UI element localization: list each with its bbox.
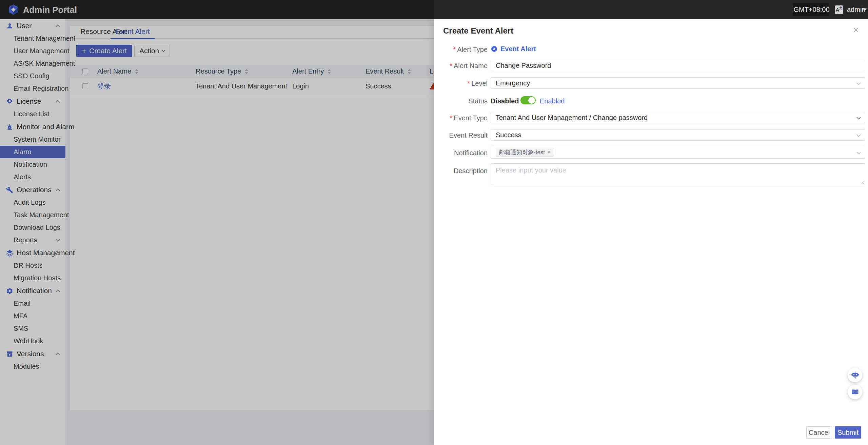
alert-name-input[interactable] — [491, 60, 865, 71]
level-select[interactable]: Emergency — [491, 77, 865, 89]
level-label: *Level — [440, 80, 488, 87]
language-icon[interactable]: A 文 — [835, 5, 843, 14]
event-type-select[interactable]: Tenant And User Management / Change pass… — [491, 112, 865, 123]
event-alert-radio[interactable] — [491, 46, 497, 52]
timezone-selector[interactable]: GMT+08:00 — [793, 3, 829, 16]
chevron-down-icon — [856, 150, 861, 155]
assistant-chatbot-button[interactable] — [848, 368, 862, 382]
drawer-title: Create Event Alert — [443, 26, 513, 36]
status-label: Status — [440, 97, 488, 105]
user-caret-icon[interactable] — [863, 8, 867, 11]
notification-tag: 邮箱通知对象-test × — [496, 148, 554, 157]
alert-name-label: *Alert Name — [440, 62, 488, 70]
description-textarea[interactable] — [491, 163, 865, 185]
event-alert-radio-label[interactable]: Event Alert — [500, 45, 536, 53]
description-label: Description — [440, 167, 488, 175]
event-result-select[interactable]: Success — [491, 129, 865, 141]
drawer-mask[interactable] — [0, 0, 434, 445]
chevron-down-icon — [856, 115, 861, 120]
notification-select[interactable]: 邮箱通知对象-test × — [491, 146, 865, 159]
notification-label: Notification — [440, 149, 488, 157]
alert-type-label: *Alert Type — [440, 46, 488, 54]
status-disabled-label: Disabled — [491, 97, 519, 105]
create-event-alert-drawer: Create Event Alert × *Alert Type Event A… — [434, 19, 868, 445]
status-toggle[interactable] — [520, 96, 536, 104]
status-enabled-label: Enabled — [540, 97, 565, 105]
timezone-value: GMT+08:00 — [793, 6, 829, 14]
close-icon[interactable]: × — [853, 25, 859, 34]
tag-remove-icon[interactable]: × — [547, 149, 551, 156]
book-icon — [851, 388, 859, 396]
event-type-label: *Event Type — [440, 114, 488, 122]
submit-button[interactable]: Submit — [835, 426, 861, 439]
chevron-down-icon — [856, 133, 861, 137]
chevron-down-icon — [856, 81, 861, 85]
documentation-button[interactable] — [848, 385, 862, 399]
event-result-label: Event Result — [440, 132, 488, 139]
robot-icon — [851, 371, 859, 379]
cancel-button[interactable]: Cancel — [806, 426, 832, 439]
